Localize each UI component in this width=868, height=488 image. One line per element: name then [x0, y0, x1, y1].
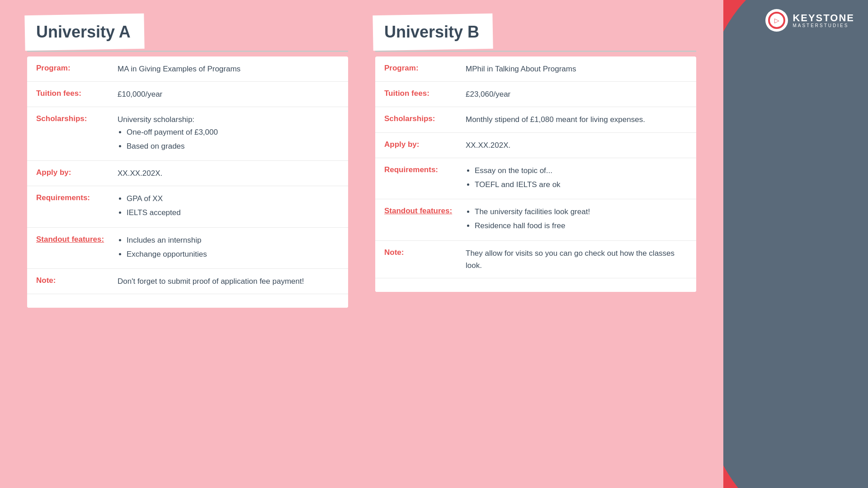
university-a-scholarships-row: Scholarships: University scholarship: On…: [27, 107, 348, 161]
university-a-program-row: Program: MA in Giving Examples of Progra…: [27, 56, 348, 82]
list-item: Residence hall food is free: [475, 220, 590, 232]
university-b-tuition-row: Tuition fees: £23,060/year: [375, 82, 696, 107]
university-a-standout-label: Standout features:: [36, 234, 118, 244]
university-a-divider: [27, 51, 348, 52]
list-item: The university facilities look great!: [475, 206, 590, 218]
university-a-scholarships-label: Scholarships:: [36, 113, 118, 123]
list-item: TOEFL and IELTS are ok: [475, 178, 561, 191]
university-b-note-label: Note:: [384, 247, 466, 257]
list-item: Includes an internship: [127, 234, 207, 246]
brand-sub: MASTERSTUDIES: [793, 23, 854, 28]
university-a-apply-label: Apply by:: [36, 167, 118, 177]
university-b-table: Program: MPhil in Talking About Programs…: [375, 56, 696, 292]
university-a-apply-value: XX.XX.202X.: [118, 167, 162, 179]
university-b-bottom-spacer: [375, 278, 696, 292]
university-b-apply-value: XX.XX.202X.: [466, 139, 510, 151]
university-a-card: University A Program: MA in Giving Examp…: [27, 18, 348, 470]
university-a-requirements-list: GPA of XX IELTS accepted: [118, 192, 181, 219]
university-b-program-row: Program: MPhil in Talking About Programs: [375, 56, 696, 82]
university-a-scholarships-value: University scholarship: One-off payment …: [118, 113, 218, 154]
list-item: GPA of XX: [127, 192, 181, 205]
university-b-scholarships-row: Scholarships: Monthly stipend of £1,080 …: [375, 107, 696, 132]
university-a-tuition-label: Tuition fees:: [36, 88, 118, 98]
list-item: One-off payment of £3,000: [127, 126, 218, 138]
university-a-standout-value: Includes an internship Exchange opportun…: [118, 234, 207, 262]
list-item: IELTS accepted: [127, 206, 181, 219]
university-b-standout-list: The university facilities look great! Re…: [466, 206, 590, 232]
university-b-standout-label: Standout features:: [384, 206, 466, 216]
decorative-panel: [723, 0, 868, 488]
university-b-requirements-row: Requirements: Essay on the topic of... T…: [375, 158, 696, 199]
university-a-requirements-label: Requirements:: [36, 192, 118, 202]
university-a-scholarships-list: One-off payment of £3,000 Based on grade…: [118, 126, 218, 152]
university-b-scholarships-label: Scholarships:: [384, 113, 466, 123]
university-b-scholarships-value: Monthly stipend of £1,080 meant for livi…: [466, 113, 645, 126]
university-a-program-label: Program:: [36, 63, 118, 73]
university-b-program-label: Program:: [384, 63, 466, 73]
university-b-divider: [375, 51, 696, 52]
university-b-title: University B: [375, 18, 488, 46]
university-b-note-row: Note: They allow for visits so you can g…: [375, 241, 696, 278]
university-b-note-value: They allow for visits so you can go chec…: [466, 247, 687, 272]
university-b-card: University B Program: MPhil in Talking A…: [375, 18, 696, 470]
university-a-note-label: Note:: [36, 275, 118, 285]
university-a-requirements-row: Requirements: GPA of XX IELTS accepted: [27, 186, 348, 227]
keystone-logo: KEYSTONE MASTERSTUDIES: [765, 9, 854, 32]
university-b-requirements-list: Essay on the topic of... TOEFL and IELTS…: [466, 164, 561, 191]
university-a-apply-row: Apply by: XX.XX.202X.: [27, 161, 348, 186]
university-a-title: University A: [27, 18, 140, 46]
university-a-tuition-value: £10,000/year: [118, 88, 162, 100]
list-item: Essay on the topic of...: [475, 164, 561, 177]
university-a-note-value: Don't forget to submit proof of applicat…: [118, 275, 304, 287]
main-content: University A Program: MA in Giving Examp…: [0, 0, 723, 488]
university-a-table: Program: MA in Giving Examples of Progra…: [27, 56, 348, 308]
university-a-standout-row: Standout features: Includes an internshi…: [27, 228, 348, 269]
university-a-standout-list: Includes an internship Exchange opportun…: [118, 234, 207, 260]
list-item: Based on grades: [127, 140, 218, 152]
university-a-tuition-row: Tuition fees: £10,000/year: [27, 82, 348, 107]
university-a-bottom-spacer: [27, 294, 348, 308]
university-b-tuition-value: £23,060/year: [466, 88, 510, 100]
university-b-apply-label: Apply by:: [384, 139, 466, 149]
university-b-requirements-value: Essay on the topic of... TOEFL and IELTS…: [466, 164, 561, 192]
university-a-scholarships-intro: University scholarship:: [118, 115, 194, 124]
university-b-standout-row: Standout features: The university facili…: [375, 199, 696, 240]
university-b-apply-row: Apply by: XX.XX.202X.: [375, 133, 696, 158]
university-a-note-row: Note: Don't forget to submit proof of ap…: [27, 269, 348, 294]
university-a-requirements-value: GPA of XX IELTS accepted: [118, 192, 181, 221]
university-b-title-tab: University B: [375, 18, 488, 46]
university-b-program-value: MPhil in Talking About Programs: [466, 63, 576, 75]
keystone-logo-icon: [765, 9, 788, 32]
university-b-requirements-label: Requirements:: [384, 164, 466, 174]
brand-name: KEYSTONE: [793, 13, 854, 23]
university-b-tuition-label: Tuition fees:: [384, 88, 466, 98]
university-a-title-tab: University A: [27, 18, 140, 46]
list-item: Exchange opportunities: [127, 248, 207, 260]
university-b-standout-value: The university facilities look great! Re…: [466, 206, 590, 234]
university-a-program-value: MA in Giving Examples of Programs: [118, 63, 241, 75]
